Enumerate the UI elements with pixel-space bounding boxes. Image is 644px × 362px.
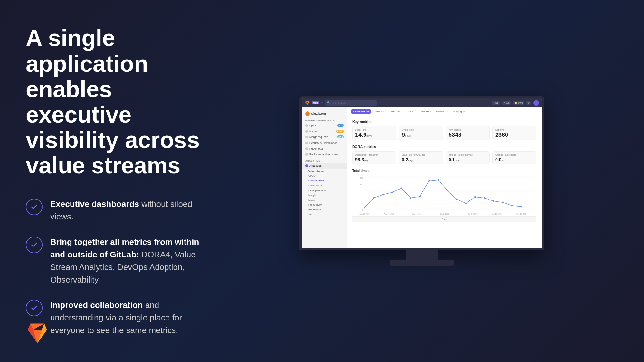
lead-changes-label: Lead Time for Changes [402,153,440,156]
checkmark-icon-1 [30,203,38,211]
deploys-label: Deploys [495,128,534,131]
svg-point-23 [465,203,467,204]
chart-area: 150 120 90 60 30 0 [352,174,536,216]
check-circle-3 [26,300,43,316]
svg-point-27 [502,202,504,203]
nav-avatar[interactable] [533,100,539,106]
sidebar-sub-dashboards[interactable]: Dashboards [302,183,347,188]
sidebar-sub-wiki[interactable]: Wiki [302,212,347,217]
svg-text:Aug 29, 2022: Aug 29, 2022 [384,213,394,215]
restore-label: Time to Restore Service [449,153,487,156]
svg-text:Sep 1, 2022: Sep 1, 2022 [412,213,421,215]
svg-point-19 [428,180,430,182]
stage-tab-overview[interactable]: Overview 2w [351,109,371,114]
sidebar-analytics-label: Analytics [302,157,347,163]
lead-changes-value: 0.2days [402,157,440,162]
mr-icon [305,136,308,138]
nav-icon-bell[interactable]: 🔔 09m [513,101,524,105]
bullet-list: Executive dashboards without siloed view… [26,198,206,337]
dora-lead-time-changes: Lead Time for Changes 0.2days [399,151,443,164]
dashboard-content: Key metrics Lead Time 14.9days Cycle Tim… [347,116,542,248]
new-issues-value: 5348 [449,132,487,138]
nav-icon-issues[interactable]: △ 12k [502,101,511,105]
svg-point-24 [474,196,476,198]
dora-restore-service: Time to Restore Service 0.1days [446,151,490,164]
svg-text:150: 150 [360,177,363,179]
page-title: A single application enables executive v… [26,25,206,178]
nav-next-badge[interactable]: Next [312,101,319,104]
sidebar-sub-productivity[interactable]: Productivity [302,202,347,207]
metric-lead-time: Lead Time 14.9days [352,126,396,141]
svg-text:30: 30 [361,203,363,205]
analytics-label: Analytics [309,164,322,167]
monitor-stand-base [390,260,454,266]
cycle-time-label: Cycle Time [402,128,440,131]
sidebar-sub-value-stream[interactable]: Value stream [302,169,347,173]
bullet-item-3: Improved collaboration and understanding… [26,299,206,337]
bullet-item-2: Bring together all metrics from within a… [26,236,206,286]
sidebar-item-mr[interactable]: Merge requests 2.6k [302,134,347,140]
check-circle-1 [26,199,43,215]
mr-label: Merge requests [309,135,328,139]
deploy-freq-value: 98.3/day [355,157,393,162]
checkmark-icon-3 [30,304,38,312]
sidebar-item-packages[interactable]: Packages and registries [302,152,347,157]
lead-time-label: Lead Time [355,128,393,131]
svg-point-25 [484,197,485,199]
key-metrics-grid: Lead Time 14.9days Cycle Time 9days New … [352,126,536,141]
checkmark-icon-2 [30,241,38,249]
nav-icon-settings[interactable]: ⚙ [526,101,531,105]
sidebar-org: GitLab.org [302,110,347,117]
dora-section: DORA metrics Deployment Frequency 98.3/d… [352,145,536,164]
bullet-text-1: Executive dashboards without siloed view… [50,198,206,223]
sidebar-item-issues[interactable]: Issues 69.6k [302,128,347,134]
sidebar-group-label: Group Information [302,117,347,123]
sidebar-sub-devops-adoption[interactable]: DevOps adoption [302,188,347,193]
nav-search-bar[interactable]: 🔍 Search GitLab [325,100,377,106]
stage-tab-test[interactable]: Test 16m [418,109,433,114]
info-icon: ℹ [368,169,369,172]
right-panel: Next ≡ 🔍 Search GitLab ⬡ 2k △ 12k 🔔 09m … [225,96,618,266]
page-container: A single application enables executive v… [0,0,644,362]
sidebar-item-epics[interactable]: Epics 5.7k [302,123,347,128]
nav-icon-merge[interactable]: ⬡ 2k [492,101,500,105]
deploys-value: 2360 [495,132,534,138]
monitor-stand-neck [406,250,438,260]
stage-tab-review[interactable]: Review 1d [434,109,450,114]
sidebar-sub-insights[interactable]: Insights [302,193,347,198]
metric-cycle-time: Cycle Time 9days [399,126,443,141]
sidebar-item-security[interactable]: Security & Compliance [302,140,347,146]
hamburger-icon[interactable]: ≡ [321,101,323,105]
stage-tab-issue[interactable]: Issue <1n [372,109,387,114]
sidebar-sub-contribution[interactable]: Contribution [302,178,347,183]
gitlab-app: Next ≡ 🔍 Search GitLab ⬡ 2k △ 12k 🔔 09m … [302,98,542,248]
stage-tab-code[interactable]: Code 2m [402,109,417,114]
sidebar-sub-issue[interactable]: Issue [302,198,347,202]
svg-point-15 [392,192,393,193]
bullet-text-3: Improved collaboration and understanding… [50,299,206,337]
sidebar-org-name: GitLab.org [311,112,326,115]
sidebar-item-kubernetes[interactable]: Kubernetes [302,146,347,152]
chart-title-text: Total time [352,169,367,172]
stage-tab-staging[interactable]: Staging 1h [451,109,468,114]
bullet-item-1: Executive dashboards without siloed view… [26,198,206,223]
sidebar-sub-cicd[interactable]: CI/CD [302,173,347,178]
svg-point-12 [364,207,365,209]
sidebar-item-analytics-parent[interactable]: Analytics [302,163,347,169]
gitlab-fox-logo [26,321,49,345]
analytics-icon [305,164,308,167]
packages-label: Packages and registries [309,153,339,156]
sidebar-sub-repository[interactable]: Repository [302,207,347,212]
svg-point-13 [373,197,374,199]
dora-failure-rate: Change Failure Rate 0.0% [492,151,536,164]
lead-time-value: 14.9days [355,132,393,138]
svg-text:Sep 5, 2022: Sep 5, 2022 [440,213,449,215]
svg-text:Sep 13, 2022: Sep 13, 2022 [492,213,502,215]
svg-text:Sep 9, 2022: Sep 9, 2022 [468,213,477,215]
stage-nav: Overview 2w Issue <1n Plan 2w Code 2m Te… [347,107,542,116]
monitor-wrapper: Next ≡ 🔍 Search GitLab ⬡ 2k △ 12k 🔔 09m … [299,96,544,266]
stage-tab-plan[interactable]: Plan 2w [388,109,402,114]
app-content: GitLab.org Group Information Epics 5.7k [302,107,542,248]
svg-point-29 [520,206,522,208]
bullet-text-2: Bring together all metrics from within a… [50,236,206,286]
